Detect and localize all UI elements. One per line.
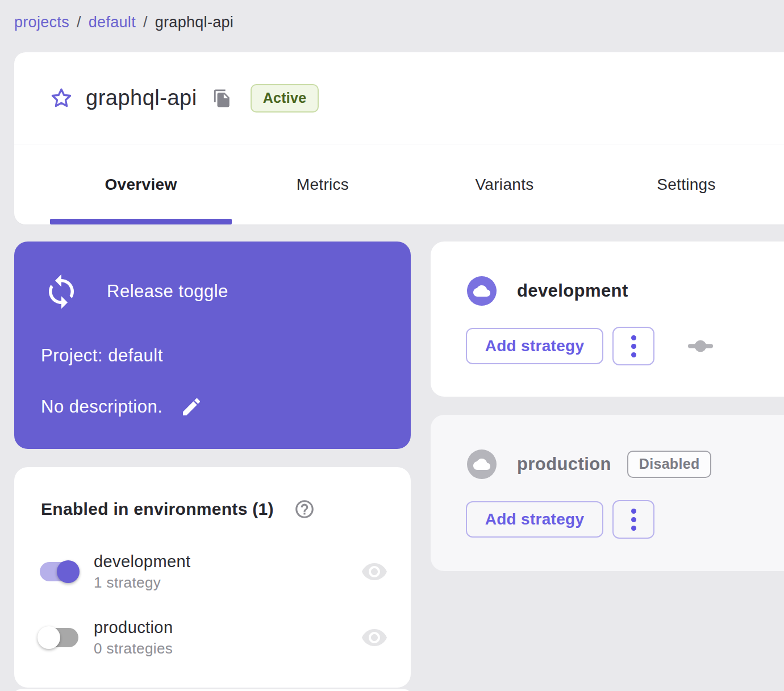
description-label: No description. [41,397,162,417]
development-toggle[interactable] [40,562,78,581]
eye-icon [361,558,388,585]
breadcrumb-separator: / [77,14,81,31]
environment-card-development: development Add strategy [431,242,784,397]
production-toggle[interactable] [40,628,78,647]
title-row: graphql-api Active [14,52,784,144]
environment-card-production: production Disabled Add strategy [431,415,784,571]
environment-row-name: production [94,618,173,637]
environment-strategy-count: 1 strategy [94,574,190,592]
copy-icon [212,89,232,108]
environment-name: production [517,454,611,474]
tab-metrics[interactable]: Metrics [232,144,414,224]
strategy-slider-icon [687,340,714,352]
active-tab-indicator [50,219,232,224]
feature-type-card: Release toggle Project: default No descr… [14,242,411,449]
kebab-icon [631,509,636,514]
environment-row-development: development 1 strategy [40,550,388,593]
environment-avatar [467,276,497,306]
help-button[interactable] [294,498,315,520]
environment-menu-button[interactable] [612,500,654,539]
help-icon [294,498,315,520]
environment-strategy-count: 0 strategies [94,640,173,657]
cloud-icon [473,282,490,299]
breadcrumb-separator: / [143,14,148,31]
star-icon [49,86,73,110]
enabled-environments-card: Enabled in environments (1) development … [14,467,411,688]
copy-name-button[interactable] [212,88,232,109]
tab-overview[interactable]: Overview [50,144,232,224]
favorite-star-button[interactable] [49,86,73,110]
environment-row-name: development [94,552,190,571]
view-environment-button[interactable] [361,624,388,651]
environment-menu-button[interactable] [612,327,654,365]
breadcrumb-projects-link[interactable]: projects [14,14,69,31]
environment-name: development [517,281,628,301]
cloud-icon [473,456,490,473]
kebab-icon [631,335,636,340]
feature-header-card: graphql-api Active Overview Metrics Vari… [14,52,784,224]
add-strategy-button[interactable]: Add strategy [466,501,603,538]
tab-variants[interactable]: Variants [414,144,595,224]
pencil-icon [180,396,203,418]
add-strategy-button[interactable]: Add strategy [466,328,603,364]
status-badge: Active [251,84,319,113]
project-label: Project: default [41,346,163,366]
disabled-badge: Disabled [627,451,712,478]
enabled-environments-title: Enabled in environments (1) [41,499,274,519]
feature-type-label: Release toggle [107,281,228,302]
environment-avatar [467,449,497,479]
tab-settings[interactable]: Settings [595,144,777,224]
view-environment-button[interactable] [361,558,388,585]
eye-icon [361,624,388,651]
edit-description-button[interactable] [180,395,203,419]
release-toggle-icon [43,273,80,310]
breadcrumb-default-link[interactable]: default [89,14,136,31]
page-title: graphql-api [86,86,197,110]
environment-row-production: production 0 strategies [40,616,388,659]
breadcrumb: projects / default / graphql-api [14,14,233,31]
breadcrumb-current: graphql-api [155,14,233,31]
tab-bar: Overview Metrics Variants Settings [50,144,777,224]
